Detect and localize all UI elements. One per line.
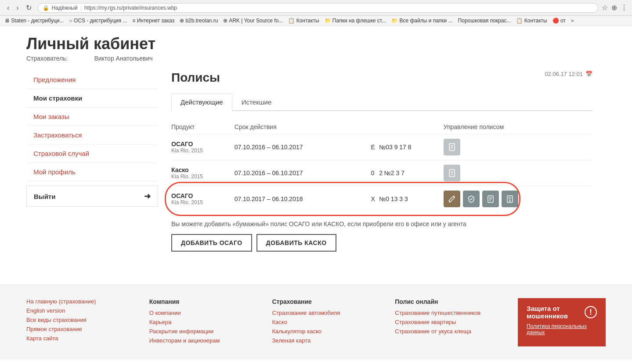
add-kasko-button[interactable]: ДОБАВИТЬ КАСКО [256,234,336,252]
footer-policy-link[interactable]: Политика персональных данных [527,323,597,335]
site-title: Личный кабинет [26,35,606,53]
bookmarks-bar: 🖥 Staten - дистрибуци... ○ OCS - дистриб… [0,16,632,26]
actions-cell [444,186,592,212]
bookmark-contacts1[interactable]: 📋 Контакты [288,18,319,24]
footer-insurance-title: Страхование [272,298,378,305]
action-buttons [444,139,592,155]
sidebar-item-my-orders[interactable]: Мои заказы [26,108,158,126]
footer-online-title: Полис онлайн [395,298,500,305]
info-text: Вы можете добавить «бумажный» полис ОСАГ… [171,220,592,227]
doc-button[interactable] [444,165,460,181]
period-cell: 07.10.2016 – 06.10.2017 [235,134,371,160]
sidebar-item-my-profile[interactable]: Мой профиль [26,163,158,181]
tab-expired[interactable]: Истекшие [232,94,281,111]
footer-link-all-insurance[interactable]: Все виды страхования [26,317,132,323]
bookmark-internet[interactable]: ≡ Интернет заказ [132,18,174,24]
col-policy [371,120,444,134]
sidebar-item-my-insurance[interactable]: Мои страховки [26,89,158,108]
policy-prefix: E [371,134,379,160]
action-buttons [444,165,592,181]
more-bookmarks[interactable]: » [571,18,574,24]
bookmark-powder[interactable]: Порошковая покрас... [458,18,511,24]
page-wrapper: Личный кабинет Страхователь: Виктор Анат… [0,26,632,360]
sidebar-item-offers[interactable]: Предложения [26,71,158,89]
product-cell: ОСАГО Kia Rio, 2015 [171,186,235,212]
sidebar-logout[interactable]: Выйти ➜ [26,186,158,207]
footer-link-kasko[interactable]: Каско [272,319,378,325]
address-bar[interactable]: 🔒 Надёжный | https://my.rgs.ru/private/i… [38,3,598,13]
footer-col-online: Полис онлайн Страхование путешественнико… [395,298,500,346]
add-buttons: ДОБАВИТЬ ОСАГО ДОБАВИТЬ КАСКО [171,234,592,252]
footer-link-kasko-calc[interactable]: Калькулятор каско [272,328,378,335]
doc-button[interactable] [444,139,460,155]
footer-link-career[interactable]: Карьера [149,319,255,325]
subtitle-label: Страхователь: [26,55,68,62]
site-subtitle: Страхователь: Виктор Анатольевич [26,55,606,62]
forward-button[interactable]: › [14,3,21,13]
product-cell: Каско Kia Rio, 2015 [171,160,235,186]
url-text: https://my.rgs.ru/private/insurances.wbp [84,5,177,11]
footer-link-green-card[interactable]: Зеленая карта [272,337,378,344]
footer-col-company: Компания О компании Карьера Раскрытие ин… [149,298,255,346]
policy-number: 2 №2 3 7 [379,160,444,186]
footer-link-tick[interactable]: Страхование от укуса клеща [395,328,500,335]
period-cell: 07.10.2016 – 06.10.2017 [235,160,371,186]
sidebar-item-insure[interactable]: Застраховаться [26,126,158,144]
footer-link-home[interactable]: На главную (страхование) [26,298,132,305]
menu-icon[interactable]: ⋮ [621,4,628,12]
edit-button[interactable] [444,191,460,207]
security-icon: 🔒 [43,5,49,11]
bookmark-files[interactable]: 📁 Все файлы и папки ... [391,18,453,24]
footer-link-english[interactable]: English version [26,307,132,314]
bookmark-ocs[interactable]: ○ OCS - дистрибуция ... [69,18,127,24]
reload-button[interactable]: ↻ [23,3,34,13]
browser-nav[interactable]: ‹ › ↻ [4,3,34,13]
star-icon[interactable]: ☆ [602,4,608,12]
footer-link-disclosure[interactable]: Раскрытие информации [149,328,255,335]
browser-chrome: ‹ › ↻ 🔒 Надёжный | https://my.rgs.ru/pri… [0,0,632,16]
calendar-icon: 📅 [585,71,592,77]
footer-link-car-insurance[interactable]: Страхование автомобиля [272,310,378,316]
footer-link-direct[interactable]: Прямое страхование [26,326,132,332]
fraud-text: Защита от мошенников [527,305,581,320]
actions-cell [444,160,592,186]
footer-link-investors[interactable]: Инвесторам и акционерам [149,337,255,344]
footer-col-insurance: Страхование Страхование автомобиля Каско… [272,298,378,346]
shield-button[interactable] [463,191,480,207]
download-button[interactable] [502,191,518,207]
policy-car: Kia Rio, 2015 [171,173,235,180]
footer-link-sitemap[interactable]: Карта сайта [26,335,132,342]
bookmark-d[interactable]: 🔴 от [553,18,566,24]
sidebar-item-insurance-case[interactable]: Страховой случай [26,144,158,163]
content-area: Полисы 02.06.17 12:01 📅 Действующие Исте… [158,66,606,271]
product-cell: ОСАГО Kia Rio, 2015 [171,134,235,160]
footer-link-apartment[interactable]: Страхование квартиры [395,319,500,325]
col-management: Управление полисом [444,120,592,134]
back-button[interactable]: ‹ [4,3,12,13]
footer-link-travelers[interactable]: Страхование путешественников [395,310,500,316]
actions-cell [444,134,592,160]
policy-prefix: X [371,186,379,212]
policy-number: №03 9 17 8 [379,134,444,160]
period-cell: 07.10.2017 – 06.10.2018 [235,186,371,212]
bookmark-staten[interactable]: 🖥 Staten - дистрибуци... [4,18,64,24]
col-product: Продукт [171,120,235,134]
tabs: Действующие Истекшие [171,94,592,111]
add-osago-button[interactable]: ДОБАВИТЬ ОСАГО [171,234,252,252]
extension-icon[interactable]: ⊕ [611,4,617,12]
footer-link-about[interactable]: О компании [149,310,255,316]
tab-active[interactable]: Действующие [171,94,232,111]
policy-car: Kia Rio, 2015 [171,199,235,205]
table-row: Каско Kia Rio, 2015 07.10.2016 – 06.10.2… [171,160,592,186]
bookmark-folders[interactable]: 📁 Папки на флешке ст... [325,18,386,24]
col-period: Срок действия [235,120,371,134]
bookmark-contacts2[interactable]: 📋 Контакты [516,18,547,24]
bookmark-ark[interactable]: ⊕ ARK | Your Source fo... [223,18,283,24]
footer-fraud-box: Защита от мошенников ! Политика персонал… [518,298,606,346]
bookmark-b2b[interactable]: ⊕ b2b.treolan.ru [180,18,218,24]
policy-car: Kia Rio, 2015 [171,148,235,154]
policy-name: ОСАГО [171,141,235,148]
doc-button[interactable] [482,191,499,207]
table-row-highlighted: ОСАГО Kia Rio, 2015 07.10.2017 – 06.10.2… [171,186,592,212]
logout-arrow-icon: ➜ [144,191,151,201]
